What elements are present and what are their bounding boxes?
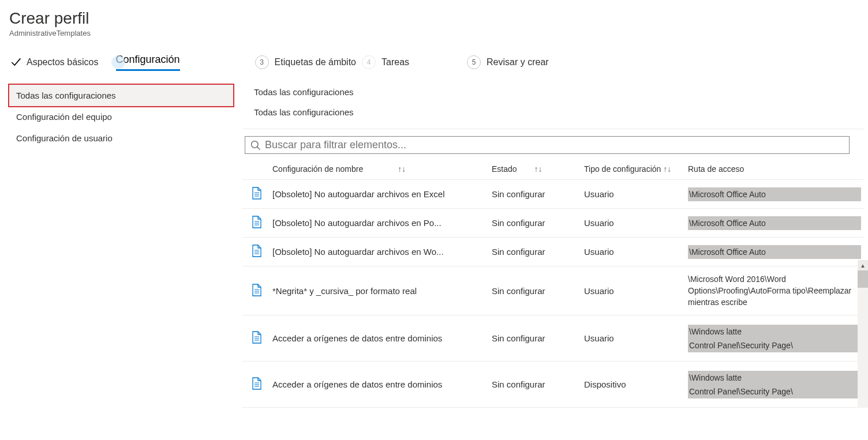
table-header: Configuración de nombre↑↓ Estado↑↓ Tipo … — [242, 159, 863, 180]
sidebar: Todas las configuraciones Configuración … — [0, 80, 242, 408]
check-icon — [9, 56, 22, 69]
path-segment: \Microsoft Office Auto — [688, 187, 861, 201]
col-header-state[interactable]: Estado↑↓ — [492, 164, 584, 174]
setting-name: Acceder a orígenes de datos entre domini… — [272, 379, 492, 389]
table-row[interactable]: [Obsoleto] No autoguardar archivos en Po… — [242, 209, 863, 238]
setting-state: Sin configurar — [492, 286, 584, 296]
setting-state: Sin configurar — [492, 218, 584, 228]
setting-state: Sin configurar — [492, 333, 584, 343]
table-row[interactable]: [Obsoleto] No autoguardar archivos en Wo… — [242, 238, 863, 266]
path-segment: \Windows latte — [688, 325, 861, 339]
document-icon — [245, 216, 272, 230]
wizard-step-label: Aspectos básicos — [27, 57, 99, 67]
setting-state: Sin configurar — [492, 379, 584, 389]
setting-type: Usuario — [584, 218, 688, 228]
setting-state: Sin configurar — [492, 189, 584, 199]
sidebar-item-device-config[interactable]: Configuración del equipo — [9, 106, 233, 127]
page-title: Crear perfil — [9, 9, 859, 28]
setting-name: *Negrita* y _cursiva_ por formato real — [272, 286, 492, 296]
document-icon — [245, 284, 272, 298]
path-segment: Control Panel\Security Page\ — [688, 385, 861, 398]
sort-icon[interactable]: ↑↓ — [534, 164, 542, 174]
sidebar-item-user-config[interactable]: Configuración de usuario — [9, 127, 233, 149]
table-body: [Obsoleto] No autoguardar archivos en Ex… — [242, 180, 863, 408]
svg-line-1 — [257, 146, 260, 149]
setting-name: Acceder a orígenes de datos entre domini… — [272, 333, 492, 343]
wizard-steps: Aspectos básicos Configuración 3 Etiquet… — [0, 40, 868, 80]
scroll-up-icon[interactable]: ▲ — [858, 260, 868, 270]
page-header: Crear perfil AdministrativeTemplates — [0, 0, 868, 40]
col-header-type[interactable]: Tipo de configuración↑↓ — [584, 164, 688, 174]
wizard-step-config[interactable]: Configuración — [116, 54, 180, 71]
scroll-track[interactable] — [858, 288, 868, 408]
table-row[interactable]: *Negrita* y _cursiva_ por formato realSi… — [242, 266, 863, 315]
setting-type: Usuario — [584, 189, 688, 199]
setting-path: \Microsoft Word 2016\Word Options\Proofi… — [688, 273, 861, 308]
col-header-path[interactable]: Ruta de acceso — [688, 164, 861, 174]
table-row[interactable]: Acceder a orígenes de datos entre domini… — [242, 362, 863, 408]
wizard-step-tasks[interactable]: 4 Tareas — [362, 55, 409, 69]
page-subtitle: AdministrativeTemplates — [9, 29, 859, 37]
content-panel: Todas las configuraciones Todas las conf… — [242, 80, 868, 408]
table-row[interactable]: Acceder a orígenes de datos entre domini… — [242, 315, 863, 362]
step5-number-icon: 5 — [467, 55, 481, 69]
setting-path: \Windows latteControl Panel\Security Pag… — [688, 371, 861, 398]
wizard-step-label: Etiquetas de ámbito — [275, 57, 356, 67]
setting-state: Sin configurar — [492, 247, 584, 257]
document-icon — [245, 331, 272, 345]
search-box[interactable] — [245, 136, 850, 154]
document-icon — [245, 377, 272, 392]
path-segment: \Microsoft Office Auto — [688, 216, 861, 230]
path-segment: \Microsoft Office Auto — [688, 245, 861, 259]
step2-dot-icon — [111, 55, 125, 69]
path-segment: \Windows latte — [688, 371, 861, 385]
document-icon — [245, 245, 272, 259]
setting-name: [Obsoleto] No autoguardar archivos en Wo… — [272, 247, 492, 257]
wizard-step-review[interactable]: 5 Revisar y crear — [467, 55, 549, 69]
scrollbar[interactable]: ▲ — [858, 260, 868, 408]
setting-type: Dispositivo — [584, 379, 688, 389]
col-header-name[interactable]: Configuración de nombre↑↓ — [272, 164, 492, 174]
setting-name: [Obsoleto] No autoguardar archivos en Po… — [272, 218, 492, 228]
setting-type: Usuario — [584, 286, 688, 296]
path-segment: Control Panel\Security Page\ — [688, 339, 861, 352]
search-input[interactable] — [265, 139, 844, 151]
setting-path: \Microsoft Office Auto — [688, 216, 861, 230]
search-icon — [250, 140, 261, 151]
wizard-step-label: Revisar y crear — [487, 57, 549, 67]
document-icon — [245, 187, 272, 201]
sort-icon[interactable]: ↑↓ — [398, 164, 406, 174]
setting-name: [Obsoleto] No autoguardar archivos en Ex… — [272, 189, 492, 199]
step3-number-icon: 3 — [255, 55, 269, 69]
wizard-step-basics[interactable]: Aspectos básicos — [9, 56, 99, 69]
sidebar-item-all-settings[interactable]: Todas las configuraciones — [9, 85, 233, 106]
breadcrumb-current: Todas las configuraciones — [254, 105, 863, 119]
breadcrumb: Todas las configuraciones Todas las conf… — [242, 80, 863, 124]
step4-number-icon: 4 — [362, 55, 376, 69]
table-row[interactable]: [Obsoleto] No autoguardar archivos en Ex… — [242, 180, 863, 209]
setting-path: \Microsoft Office Auto — [688, 245, 861, 259]
wizard-step-label: Configuración — [116, 54, 180, 71]
setting-path: \Microsoft Office Auto — [688, 187, 861, 201]
divider — [242, 129, 863, 129]
breadcrumb-top[interactable]: Todas las configuraciones — [254, 85, 863, 99]
wizard-step-scope[interactable]: 3 Etiquetas de ámbito — [255, 55, 356, 69]
svg-point-0 — [252, 141, 259, 148]
sort-icon[interactable]: ↑↓ — [663, 164, 671, 174]
wizard-step-label: Tareas — [381, 57, 409, 67]
setting-path: \Windows latteControl Panel\Security Pag… — [688, 325, 861, 352]
setting-type: Usuario — [584, 333, 688, 343]
scroll-thumb[interactable] — [858, 270, 868, 288]
settings-table: Configuración de nombre↑↓ Estado↑↓ Tipo … — [242, 159, 863, 408]
setting-type: Usuario — [584, 247, 688, 257]
